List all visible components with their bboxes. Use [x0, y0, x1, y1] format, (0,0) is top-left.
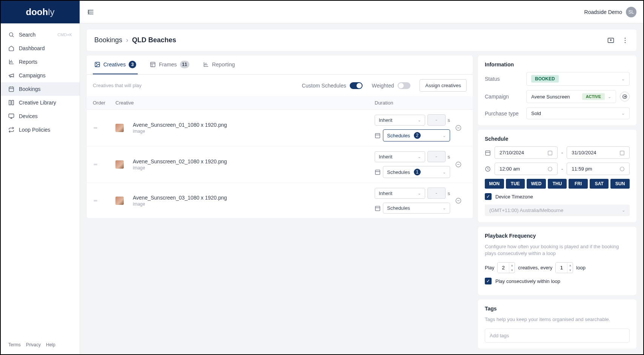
- duration-unit: s: [448, 154, 450, 160]
- svg-point-23: [548, 167, 552, 171]
- sidebar-item-label: Devices: [19, 113, 38, 119]
- svg-point-7: [625, 40, 626, 41]
- tab-creatives[interactable]: Creatives 3: [93, 55, 138, 74]
- duration-mode-select[interactable]: Inherit ⌄: [375, 115, 425, 126]
- tab-frames[interactable]: Frames 11: [148, 55, 191, 74]
- creatives-count-stepper[interactable]: ▲▼: [497, 262, 515, 273]
- weighted-toggle[interactable]: [398, 82, 410, 89]
- remove-row-icon[interactable]: [455, 124, 462, 131]
- svg-point-8: [625, 42, 626, 43]
- frames-icon: [150, 61, 156, 68]
- calendar-picker-icon: [619, 150, 625, 155]
- field-label-purchase: Purchase type: [485, 111, 526, 117]
- creative-row: Avene_Sunscreen_01_1080 x 1920.png image…: [87, 110, 473, 146]
- chevron-down-icon: ⌄: [443, 206, 446, 211]
- duration-mode-select[interactable]: Inherit ⌄: [375, 151, 425, 162]
- breadcrumb-root[interactable]: Bookings: [94, 36, 122, 44]
- duration-unit: s: [448, 191, 450, 196]
- campaign-select[interactable]: Avene Sunscreen ACTIVE ⌄: [526, 90, 616, 103]
- creative-thumbnail[interactable]: [115, 197, 124, 205]
- brand-logo: doohly: [1, 1, 80, 23]
- time-to-input[interactable]: 11:59 pm: [567, 163, 630, 175]
- day-toggle-fri[interactable]: FRI: [569, 179, 588, 189]
- creative-type: image: [133, 201, 227, 207]
- drag-handle-icon[interactable]: [93, 162, 115, 167]
- sidebar-item-campaigns[interactable]: Campaigns: [1, 69, 80, 82]
- svg-rect-21: [620, 151, 624, 155]
- date-from-input[interactable]: 27/10/2024: [495, 146, 558, 159]
- column-header-duration: Duration: [375, 100, 450, 106]
- weighted-label: Weighted: [372, 83, 394, 89]
- date-to-input[interactable]: 31/10/2024: [567, 146, 630, 159]
- duration-value-input[interactable]: -: [427, 151, 446, 162]
- day-toggle-wed[interactable]: WED: [527, 179, 546, 189]
- svg-rect-11: [151, 62, 155, 67]
- day-toggle-tue[interactable]: TUE: [506, 179, 525, 189]
- device-timezone-checkbox[interactable]: ✓: [485, 193, 492, 200]
- chevron-down-icon: ⌄: [418, 154, 421, 159]
- creative-filename: Avene_Sunscreen_01_1080 x 1920.png: [133, 122, 227, 128]
- svg-rect-3: [12, 100, 14, 105]
- day-toggle-thu[interactable]: THU: [548, 179, 567, 189]
- sidebar-item-creative-library[interactable]: Creative Library: [1, 96, 80, 109]
- creative-thumbnail[interactable]: [115, 160, 124, 169]
- duration-value-input[interactable]: -: [427, 187, 446, 199]
- chevron-down-icon: ⌄: [608, 94, 611, 99]
- time-from-input[interactable]: 12:00 am: [495, 163, 558, 175]
- loop-icon: [8, 127, 14, 133]
- sidebar-item-devices[interactable]: Devices: [1, 109, 80, 123]
- svg-rect-2: [9, 100, 11, 105]
- stepper-down-icon[interactable]: ▼: [509, 268, 515, 273]
- open-campaign-icon[interactable]: [620, 92, 630, 101]
- svg-rect-12: [375, 134, 380, 138]
- user-menu[interactable]: Roadside Demo SL: [584, 7, 636, 17]
- sidebar-item-search[interactable]: Search CMD+K: [1, 28, 80, 41]
- calendar-picker-icon: [547, 150, 553, 155]
- stepper-down-icon[interactable]: ▼: [567, 268, 573, 273]
- status-select[interactable]: BOOKED ⌄: [526, 72, 630, 86]
- footer-link-help[interactable]: Help: [46, 342, 55, 347]
- day-toggle-sun[interactable]: SUN: [610, 179, 630, 189]
- calendar-small-icon: [375, 132, 381, 138]
- sidebar-item-bookings[interactable]: Bookings: [1, 82, 80, 96]
- day-toggle-sat[interactable]: SAT: [590, 179, 609, 189]
- drag-handle-icon[interactable]: [93, 125, 115, 131]
- remove-row-icon[interactable]: [455, 161, 462, 168]
- tab-label: Frames: [159, 61, 177, 68]
- megaphone-icon: [8, 72, 14, 78]
- stepper-up-icon[interactable]: ▲: [509, 263, 515, 268]
- sidebar-item-dashboard[interactable]: Dashboard: [1, 41, 80, 55]
- export-icon[interactable]: [607, 37, 615, 44]
- chevron-down-icon: ⌄: [622, 208, 625, 213]
- tags-input[interactable]: Add tags: [485, 329, 630, 343]
- schedules-button[interactable]: Schedules 1 ⌄: [383, 166, 450, 178]
- svg-point-6: [625, 37, 626, 38]
- creative-thumbnail[interactable]: [115, 124, 124, 132]
- more-menu-icon[interactable]: [621, 37, 629, 44]
- svg-point-24: [620, 167, 624, 171]
- tab-reporting[interactable]: Reporting: [201, 55, 237, 74]
- footer-link-privacy[interactable]: Privacy: [26, 342, 41, 347]
- assign-creatives-button[interactable]: Assign creatives: [420, 79, 467, 92]
- stepper-up-icon[interactable]: ▲: [567, 263, 573, 268]
- nav-collapse-button[interactable]: [87, 8, 94, 16]
- custom-schedules-toggle[interactable]: [350, 82, 363, 89]
- panel-title: Tags: [485, 306, 630, 312]
- play-consecutive-checkbox[interactable]: ✓: [485, 278, 492, 284]
- remove-row-icon[interactable]: [455, 197, 462, 204]
- duration-value-input[interactable]: -: [427, 114, 446, 126]
- drag-handle-icon[interactable]: [93, 198, 115, 203]
- duration-mode-select[interactable]: Inherit ⌄: [375, 188, 425, 199]
- day-toggle-mon[interactable]: MON: [485, 179, 504, 189]
- sidebar-item-loop-policies[interactable]: Loop Policies: [1, 123, 80, 137]
- sidebar-item-reports[interactable]: Reports: [1, 55, 80, 69]
- svg-rect-4: [9, 114, 14, 117]
- timezone-select[interactable]: (GMT+11:00) Australia/Melbourne ⌄: [485, 204, 630, 216]
- svg-rect-14: [375, 170, 380, 175]
- schedules-button[interactable]: Schedules 2 ⌄: [383, 129, 450, 141]
- schedules-button[interactable]: Schedules ⌄: [383, 203, 450, 214]
- purchase-type-select[interactable]: Sold ⌄: [526, 108, 630, 119]
- loop-count-stepper[interactable]: ▲▼: [555, 262, 573, 273]
- chevron-right-icon: ›: [126, 36, 128, 44]
- footer-link-terms[interactable]: Terms: [8, 342, 21, 347]
